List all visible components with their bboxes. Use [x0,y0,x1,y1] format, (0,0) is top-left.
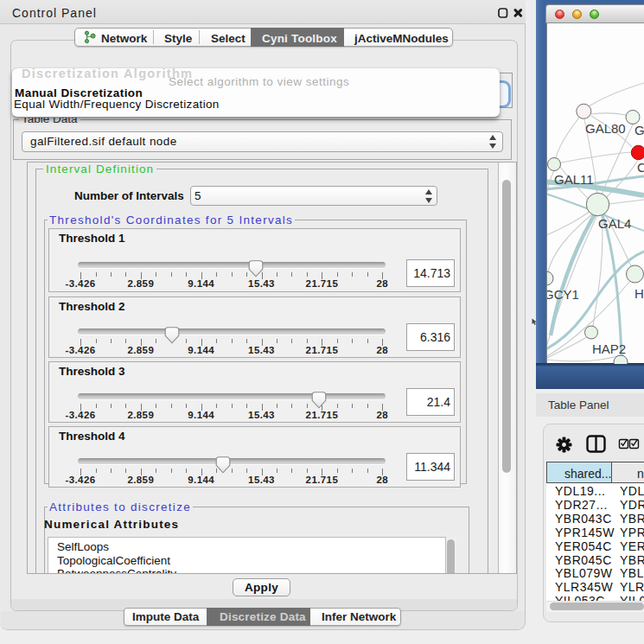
svg-text:HAP2: HAP2 [592,341,626,356]
svg-text:HIS: HIS [634,286,644,301]
svg-text:GAL3: GAL3 [634,123,644,137]
svg-text:GAL80: GAL80 [585,121,626,136]
svg-text:GAL11: GAL11 [554,172,594,187]
svg-text:GAL4: GAL4 [598,216,631,231]
svg-text:CDC1: CDC1 [637,160,644,175]
svg-text:GCY1: GCY1 [547,287,579,302]
